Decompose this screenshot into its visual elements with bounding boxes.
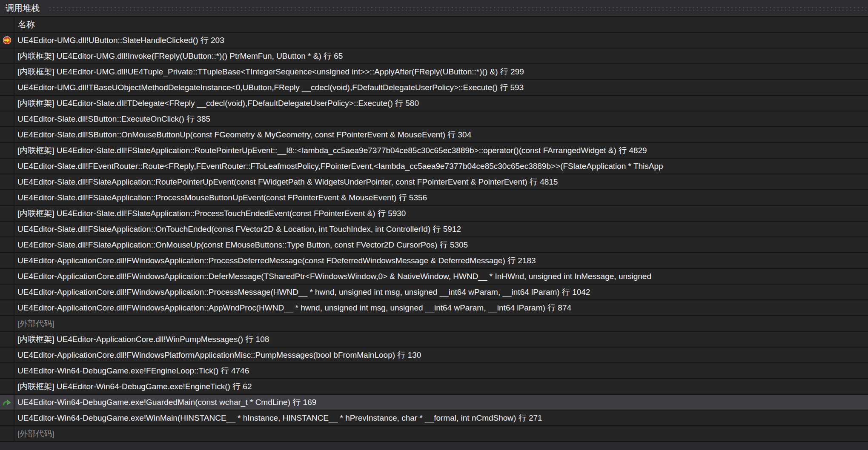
frame-text: [内联框架] UE4Editor-Slate.dll!FSlateApplica… [14, 143, 868, 158]
current-statement-breakpoint-icon [0, 33, 14, 48]
stack-frame-row[interactable]: UE4Editor-ApplicationCore.dll!FWindowsAp… [0, 300, 868, 316]
stack-frame-row[interactable]: UE4Editor-Slate.dll!FSlateApplication::P… [0, 190, 868, 206]
stack-frame-row[interactable]: UE4Editor-Win64-DebugGame.exe!FEngineLoo… [0, 363, 868, 379]
frame-gutter [0, 159, 14, 174]
frame-gutter [0, 269, 14, 284]
frame-text: UE4Editor-Slate.dll!SButton::ExecuteOnCl… [14, 111, 868, 126]
stack-frame-row[interactable]: [内联框架] UE4Editor-UMG.dll!Invoke(FReply(U… [0, 48, 868, 64]
stack-frame-row[interactable]: UE4Editor-ApplicationCore.dll!FWindowsPl… [0, 347, 868, 363]
frame-text: [内联框架] UE4Editor-ApplicationCore.dll!Win… [14, 332, 868, 347]
frame-text: UE4Editor-ApplicationCore.dll!FWindowsAp… [14, 300, 868, 315]
frame-text: UE4Editor-Slate.dll!FSlateApplication::R… [14, 174, 868, 189]
stack-frame-row[interactable]: UE4Editor-Slate.dll!FSlateApplication::O… [0, 237, 868, 253]
frame-gutter [0, 127, 14, 142]
frame-text: [外部代码] [14, 316, 868, 331]
frame-text: UE4Editor-Slate.dll!FSlateApplication::O… [14, 237, 868, 252]
stack-frame-row[interactable]: UE4Editor-UMG.dll!TBaseUObjectMethodDele… [0, 80, 868, 96]
frame-gutter [0, 190, 14, 205]
frame-text: UE4Editor-Slate.dll!FSlateApplication::O… [14, 222, 868, 236]
panel-titlebar[interactable]: 调用堆栈 [0, 0, 868, 17]
stack-frame-row[interactable]: [内联框架] UE4Editor-ApplicationCore.dll!Win… [0, 332, 868, 347]
stack-frame-row[interactable]: [内联框架] UE4Editor-UMG.dll!UE4Tuple_Privat… [0, 64, 868, 80]
frame-text: UE4Editor-UMG.dll!UButton::SlateHandleCl… [14, 33, 868, 48]
frame-gutter [0, 426, 14, 441]
frame-gutter [0, 410, 14, 425]
frame-text: UE4Editor-ApplicationCore.dll!FWindowsAp… [14, 269, 868, 284]
frame-gutter [0, 379, 14, 394]
frame-text: UE4Editor-UMG.dll!TBaseUObjectMethodDele… [14, 80, 868, 95]
stack-frame-row[interactable]: UE4Editor-Win64-DebugGame.exe!WinMain(HI… [0, 410, 868, 426]
frame-gutter [0, 316, 14, 331]
stack-frames: UE4Editor-UMG.dll!UButton::SlateHandleCl… [0, 33, 868, 442]
stack-frame-row[interactable]: UE4Editor-UMG.dll!UButton::SlateHandleCl… [0, 33, 868, 48]
stack-frame-row[interactable]: [内联框架] UE4Editor-Slate.dll!FSlateApplica… [0, 143, 868, 159]
frame-text: UE4Editor-Win64-DebugGame.exe!GuardedMai… [14, 395, 868, 410]
frame-text: UE4Editor-Slate.dll!FSlateApplication::P… [14, 190, 868, 205]
frame-text: [内联框架] UE4Editor-Slate.dll!FSlateApplica… [14, 206, 868, 221]
frame-gutter [0, 237, 14, 252]
frame-text: UE4Editor-ApplicationCore.dll!FWindowsAp… [14, 285, 868, 299]
frame-gutter [0, 80, 14, 95]
frame-gutter [0, 300, 14, 315]
stack-frame-row[interactable]: UE4Editor-ApplicationCore.dll!FWindowsAp… [0, 269, 868, 285]
frame-gutter [0, 253, 14, 268]
frame-gutter [0, 111, 14, 126]
frame-text: [内联框架] UE4Editor-UMG.dll!Invoke(FReply(U… [14, 48, 868, 63]
frame-gutter [0, 285, 14, 299]
frame-text: UE4Editor-Slate.dll!FEventRouter::Route<… [14, 159, 868, 174]
frame-gutter [0, 174, 14, 189]
frame-text: UE4Editor-Slate.dll!SButton::OnMouseButt… [14, 127, 868, 142]
frame-gutter [0, 363, 14, 378]
frame-text: [内联框架] UE4Editor-UMG.dll!UE4Tuple_Privat… [14, 64, 868, 79]
stack-frame-row[interactable]: [内联框架] UE4Editor-Win64-DebugGame.exe!Eng… [0, 379, 868, 395]
frame-text: UE4Editor-ApplicationCore.dll!FWindowsAp… [14, 253, 868, 268]
drag-handle-dots [48, 6, 866, 11]
empty-area [0, 442, 868, 450]
selected-frame-arrow-icon [0, 395, 14, 410]
panel-title: 调用堆栈 [6, 3, 40, 14]
frame-gutter [0, 206, 14, 221]
frame-gutter [0, 64, 14, 79]
stack-frame-row[interactable]: UE4Editor-ApplicationCore.dll!FWindowsAp… [0, 285, 868, 300]
stack-frame-row[interactable]: UE4Editor-Slate.dll!SButton::ExecuteOnCl… [0, 111, 868, 127]
stack-frame-row[interactable]: [内联框架] UE4Editor-Slate.dll!FSlateApplica… [0, 206, 868, 222]
frame-text: UE4Editor-ApplicationCore.dll!FWindowsPl… [14, 347, 868, 362]
stack-frame-row[interactable]: UE4Editor-Slate.dll!SButton::OnMouseButt… [0, 127, 868, 143]
stack-frame-row[interactable]: [外部代码] [0, 426, 868, 442]
frame-text: [内联框架] UE4Editor-Win64-DebugGame.exe!Eng… [14, 379, 868, 394]
column-header-name[interactable]: 名称 [14, 17, 35, 32]
stack-frame-row[interactable]: UE4Editor-Slate.dll!FSlateApplication::R… [0, 174, 868, 190]
stack-frame-row[interactable]: UE4Editor-ApplicationCore.dll!FWindowsAp… [0, 253, 868, 269]
stack-frame-row[interactable]: UE4Editor-Win64-DebugGame.exe!GuardedMai… [0, 395, 868, 410]
stack-frame-row[interactable]: UE4Editor-Slate.dll!FSlateApplication::O… [0, 222, 868, 237]
stack-frame-row[interactable]: [内联框架] UE4Editor-Slate.dll!TDelegate<FRe… [0, 96, 868, 111]
frame-text: [外部代码] [14, 426, 868, 441]
stack-frame-row[interactable]: [外部代码] [0, 316, 868, 332]
frame-gutter [0, 332, 14, 347]
column-header-row: 名称 [0, 17, 868, 33]
frame-gutter [0, 48, 14, 63]
frame-gutter [0, 347, 14, 362]
frame-text: UE4Editor-Win64-DebugGame.exe!FEngineLoo… [14, 363, 868, 378]
stack-frame-row[interactable]: UE4Editor-Slate.dll!FEventRouter::Route<… [0, 159, 868, 174]
frame-gutter [0, 222, 14, 236]
frame-text: [内联框架] UE4Editor-Slate.dll!TDelegate<FRe… [14, 96, 868, 111]
header-gutter [0, 17, 14, 32]
frame-gutter [0, 143, 14, 158]
call-stack-panel: 调用堆栈 名称 UE4Editor-UMG.dll!UButton::Slate… [0, 0, 868, 450]
frame-text: UE4Editor-Win64-DebugGame.exe!WinMain(HI… [14, 410, 868, 425]
frame-gutter [0, 96, 14, 111]
